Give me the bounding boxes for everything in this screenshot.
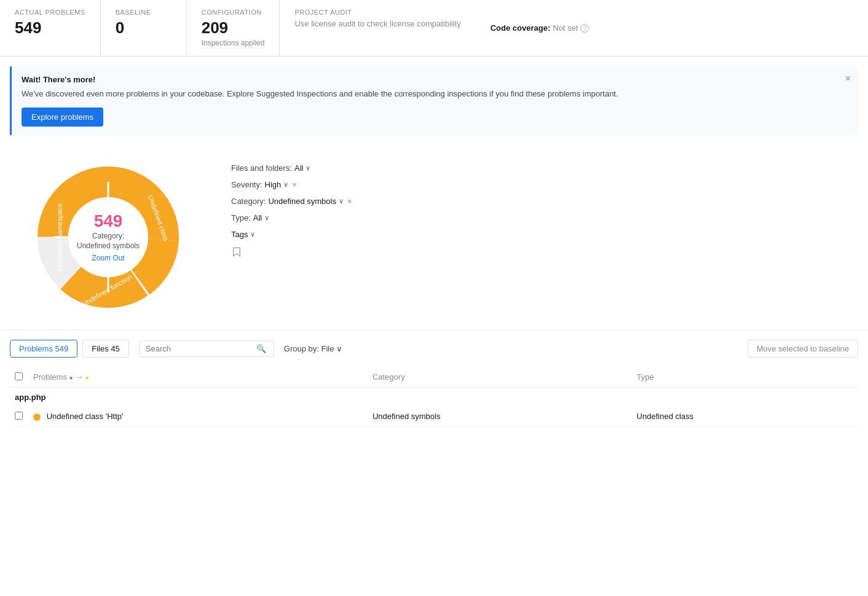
filter-files-label: Files and folders: (231, 163, 292, 173)
stats-bar: ACTUAL PROBLEMS 549 BASELINE 0 CONFIGURA… (0, 0, 868, 57)
filter-type-label: Type: (231, 213, 251, 222)
tabs-row: Problems 549 Files 45 🔍 Group by: File ∨… (10, 340, 858, 358)
filter-type: Type: All ∨ (231, 213, 858, 222)
row-checkbox-cell (10, 407, 28, 427)
coverage-label: Code coverage: (491, 23, 551, 33)
category-clear-icon[interactable]: × (347, 197, 352, 206)
table-header-type: Type (632, 367, 858, 388)
select-all-checkbox[interactable] (15, 372, 23, 380)
explore-problems-button[interactable]: Explore problems (22, 108, 103, 127)
zoom-out-button[interactable]: Zoom Out (92, 254, 124, 262)
filters-area: Files and folders: All ∨ Severity: High … (207, 157, 858, 265)
filter-category-value[interactable]: Undefined symbols (268, 197, 336, 206)
project-audit-text: Use license audit to check license compa… (294, 18, 460, 29)
close-banner-button[interactable]: × (845, 74, 851, 84)
severity-clear-icon[interactable]: × (292, 180, 297, 189)
bookmark-row (231, 246, 858, 257)
group-by-dropdown[interactable]: Group by: File ∨ (284, 344, 343, 353)
segment-label-namespace: Undefined namespace (56, 203, 63, 270)
row-category-cell: Undefined symbols (368, 407, 632, 427)
group-by-chevron-icon: ∨ (336, 344, 342, 353)
coverage-value: Not set (553, 23, 578, 33)
table-row: Undefined class 'Http' Undefined symbols… (10, 407, 858, 427)
severity-dropdown-icon[interactable]: ∨ (283, 181, 288, 189)
table-header-checkbox (10, 367, 28, 388)
filter-category-label: Category: (231, 197, 266, 206)
help-icon[interactable]: ? (580, 24, 589, 33)
bookmark-icon[interactable] (231, 246, 242, 257)
filter-tags: Tags ∨ (231, 230, 858, 239)
table-header-problems: Problems ● → ● (28, 367, 368, 388)
actual-problems-value: 549 (15, 18, 85, 37)
filter-files-value[interactable]: All (294, 163, 303, 173)
filter-category: Category: Undefined symbols ∨ × (231, 197, 858, 206)
filter-severity-value[interactable]: High (265, 180, 282, 189)
configuration-label: CONFIGURATION (202, 9, 265, 16)
severity-dot-yellow: ● (85, 374, 89, 381)
baseline-value: 0 (116, 18, 172, 37)
severity-dot-red: ● (69, 374, 73, 381)
bottom-section: Problems 549 Files 45 🔍 Group by: File ∨… (0, 329, 868, 427)
category-dropdown-icon[interactable]: ∨ (339, 197, 344, 205)
filter-severity: Severity: High ∨ × (231, 180, 858, 189)
chart-area: Undefined function Undefined namespace U… (10, 157, 207, 317)
donut-chart: Undefined function Undefined namespace U… (28, 157, 188, 317)
coverage-stat: Code coverage: Not set ? (476, 0, 604, 56)
main-content: Undefined function Undefined namespace U… (0, 145, 868, 329)
info-banner: Wait! There's more! We've discovered eve… (10, 66, 858, 135)
baseline-label: BASELINE (116, 9, 172, 16)
donut-category: Category: Undefined symbols (77, 231, 140, 252)
donut-total: 549 (77, 211, 140, 231)
filter-severity-label: Severity: (231, 180, 262, 189)
file-group-row: app.php (10, 387, 858, 407)
tab-problems[interactable]: Problems 549 (10, 340, 77, 358)
move-to-baseline-button[interactable]: Move selected to baseline (748, 340, 858, 358)
row-problem-text: Undefined class 'Http' (47, 412, 124, 421)
row-type-cell: Undefined class (632, 407, 858, 427)
search-box: 🔍 (139, 340, 274, 357)
configuration-sub: Inspections applied (202, 39, 265, 47)
arrow-icon: → (75, 372, 83, 382)
filter-type-value[interactable]: All (253, 213, 262, 222)
actual-problems-label: ACTUAL PROBLEMS (15, 9, 85, 16)
severity-warning-icon (33, 414, 41, 421)
banner-text: We've discovered even more problems in y… (22, 88, 848, 100)
banner-title: Wait! There's more! (22, 75, 848, 84)
search-input[interactable] (146, 344, 256, 353)
configuration-value: 209 (202, 18, 265, 37)
row-problem-cell: Undefined class 'Http' (28, 407, 368, 427)
baseline-stat: BASELINE 0 (101, 0, 187, 56)
tab-files[interactable]: Files 45 (82, 340, 129, 358)
tags-dropdown-icon[interactable]: ∨ (250, 230, 255, 238)
file-group-name: app.php (10, 387, 858, 407)
type-dropdown-icon[interactable]: ∨ (264, 214, 269, 222)
project-audit-label: PROJECT AUDIT (294, 9, 460, 16)
table-header-category: Category (368, 367, 632, 388)
row-checkbox[interactable] (15, 412, 23, 420)
files-dropdown-icon[interactable]: ∨ (306, 164, 310, 172)
donut-center: 549 Category: Undefined symbols Zoom Out (77, 211, 140, 263)
search-icon: 🔍 (256, 344, 266, 353)
filter-tags-value[interactable]: Tags (231, 230, 248, 239)
problems-table: Problems ● → ● Category Type app.php Und (10, 367, 858, 427)
project-audit-stat: PROJECT AUDIT Use license audit to check… (280, 0, 475, 56)
filter-files-folders: Files and folders: All ∨ (231, 163, 858, 173)
configuration-stat: CONFIGURATION 209 Inspections applied (187, 0, 280, 56)
actual-problems-stat: ACTUAL PROBLEMS 549 (0, 0, 101, 56)
